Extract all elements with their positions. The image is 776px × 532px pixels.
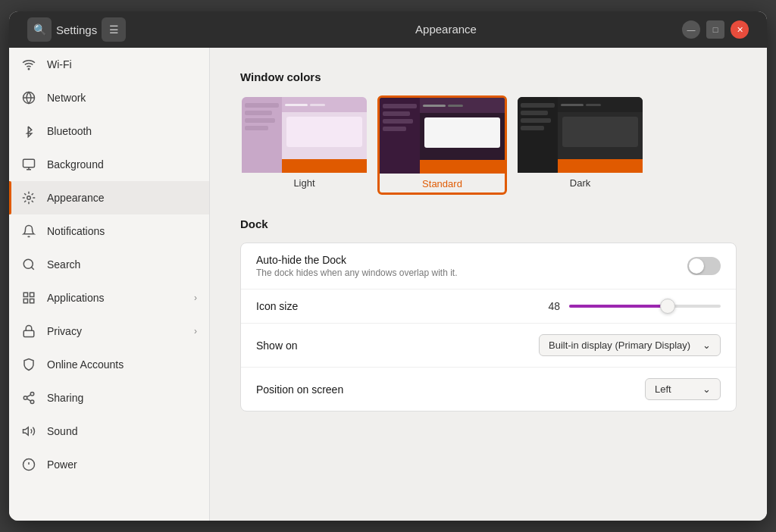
sidebar-item-search[interactable]: Search xyxy=(9,248,209,281)
sidebar-label-notifications: Notifications xyxy=(47,225,197,237)
titlebar-center: Appearance xyxy=(225,23,667,36)
svg-point-15 xyxy=(23,396,27,400)
sidebar-label-privacy: Privacy xyxy=(47,325,183,337)
titlebar: 🔍 Settings ☰ Appearance — □ ✕ xyxy=(9,11,767,48)
titlebar-controls: — □ ✕ xyxy=(673,20,758,39)
close-button[interactable]: ✕ xyxy=(731,20,749,39)
privacy-chevron-icon: › xyxy=(194,326,197,336)
notifications-icon xyxy=(21,224,36,239)
background-icon xyxy=(21,157,36,172)
search-button[interactable]: 🔍 xyxy=(27,17,52,42)
titlebar-left: 🔍 Settings ☰ xyxy=(18,17,219,42)
main-content: Window colors xyxy=(210,48,767,521)
sidebar-label-applications: Applications xyxy=(47,292,183,304)
auto-hide-row: Auto-hide the Dock The dock hides when a… xyxy=(241,243,736,289)
sidebar-item-wifi[interactable]: Wi-Fi xyxy=(9,48,209,81)
appearance-icon xyxy=(21,190,36,205)
position-chevron-icon: ⌄ xyxy=(702,383,711,395)
sidebar-item-privacy[interactable]: Privacy › xyxy=(9,315,209,348)
svg-rect-11 xyxy=(23,299,27,303)
position-label: Position on screen xyxy=(256,383,343,396)
svg-line-8 xyxy=(31,267,33,269)
svg-point-14 xyxy=(30,393,34,396)
light-thumb xyxy=(242,97,367,173)
svg-line-18 xyxy=(27,395,30,397)
sidebar-label-online-accounts: Online Accounts xyxy=(47,358,197,371)
sidebar-item-sound[interactable]: Sound xyxy=(9,415,209,448)
bluetooth-icon xyxy=(21,124,36,139)
color-option-standard[interactable]: Standard xyxy=(377,95,507,195)
position-row: Position on screen Left ⌄ xyxy=(241,368,736,411)
color-label-standard: Standard xyxy=(422,174,462,192)
dock-settings-panel: Auto-hide the Dock The dock hides when a… xyxy=(240,243,737,412)
window-colors-grid: Light xyxy=(240,95,737,195)
sidebar-item-sharing[interactable]: Sharing xyxy=(9,381,209,415)
applications-chevron-icon: › xyxy=(194,293,197,303)
svg-point-7 xyxy=(23,259,33,268)
dock-title: Dock xyxy=(240,217,737,230)
sidebar-item-background[interactable]: Background xyxy=(9,148,209,181)
page-title: Appearance xyxy=(415,23,477,36)
show-on-value: Built-in display (Primary Display) xyxy=(549,340,690,351)
content-area: Wi-Fi Network Bluetooth xyxy=(9,48,767,521)
show-on-label: Show on xyxy=(256,340,297,352)
minimize-button[interactable]: — xyxy=(682,20,700,39)
icon-size-row: Icon size 48 xyxy=(241,289,736,324)
svg-rect-13 xyxy=(23,330,34,336)
applications-icon xyxy=(21,290,36,305)
sidebar-item-appearance[interactable]: Appearance xyxy=(9,181,209,214)
power-icon xyxy=(21,457,36,472)
maximize-button[interactable]: □ xyxy=(706,20,724,39)
svg-rect-9 xyxy=(23,293,27,296)
color-option-light[interactable]: Light xyxy=(240,95,368,195)
show-on-dropdown[interactable]: Built-in display (Primary Display) ⌄ xyxy=(539,334,721,356)
auto-hide-sublabel: The dock hides when any windows overlap … xyxy=(256,268,678,278)
svg-rect-12 xyxy=(30,299,34,303)
slider-thumb[interactable] xyxy=(660,299,675,314)
settings-window: 🔍 Settings ☰ Appearance — □ ✕ Wi-Fi xyxy=(9,11,767,521)
position-dropdown[interactable]: Left ⌄ xyxy=(645,378,721,400)
icon-size-slider[interactable] xyxy=(569,305,721,308)
settings-label: Settings xyxy=(56,23,97,36)
menu-button[interactable]: ☰ xyxy=(102,17,126,42)
sidebar-item-applications[interactable]: Applications › xyxy=(9,281,209,315)
sidebar-item-network[interactable]: Network xyxy=(9,81,209,114)
sharing-icon xyxy=(21,390,36,405)
show-on-chevron-icon: ⌄ xyxy=(702,340,711,351)
privacy-icon xyxy=(21,324,36,339)
icon-size-slider-container: 48 xyxy=(307,300,721,312)
sidebar-label-power: Power xyxy=(47,458,197,471)
sidebar-label-appearance: Appearance xyxy=(47,192,197,204)
svg-rect-10 xyxy=(30,293,34,296)
icon-size-label: Icon size xyxy=(256,300,298,312)
sound-icon xyxy=(21,424,36,439)
color-label-dark: Dark xyxy=(570,173,590,192)
position-value: Left xyxy=(655,383,671,395)
sidebar-label-bluetooth: Bluetooth xyxy=(47,125,197,137)
wifi-icon xyxy=(21,57,36,72)
search-nav-icon xyxy=(21,257,36,272)
auto-hide-label: Auto-hide the Dock xyxy=(256,254,678,266)
sidebar-item-bluetooth[interactable]: Bluetooth xyxy=(9,114,209,148)
show-on-row: Show on Built-in display (Primary Displa… xyxy=(241,324,736,368)
sidebar-item-notifications[interactable]: Notifications xyxy=(9,214,209,248)
sidebar-label-search: Search xyxy=(47,258,197,271)
sidebar-item-online-accounts[interactable]: Online Accounts xyxy=(9,348,209,381)
color-option-dark[interactable]: Dark xyxy=(516,95,644,195)
dark-thumb xyxy=(518,97,643,173)
auto-hide-label-group: Auto-hide the Dock The dock hides when a… xyxy=(256,254,678,278)
sidebar: Wi-Fi Network Bluetooth xyxy=(9,48,210,521)
auto-hide-toggle[interactable] xyxy=(687,257,721,275)
slider-fill xyxy=(569,305,668,308)
svg-line-17 xyxy=(27,399,30,401)
window-colors-title: Window colors xyxy=(240,70,737,83)
sidebar-label-network: Network xyxy=(47,92,197,104)
svg-point-16 xyxy=(30,400,34,404)
color-label-light: Light xyxy=(293,173,314,192)
sidebar-label-background: Background xyxy=(47,158,197,171)
online-accounts-icon xyxy=(21,357,36,372)
toggle-knob xyxy=(689,258,704,274)
standard-thumb xyxy=(380,98,505,174)
svg-point-0 xyxy=(28,68,30,70)
sidebar-item-power[interactable]: Power xyxy=(9,448,209,481)
